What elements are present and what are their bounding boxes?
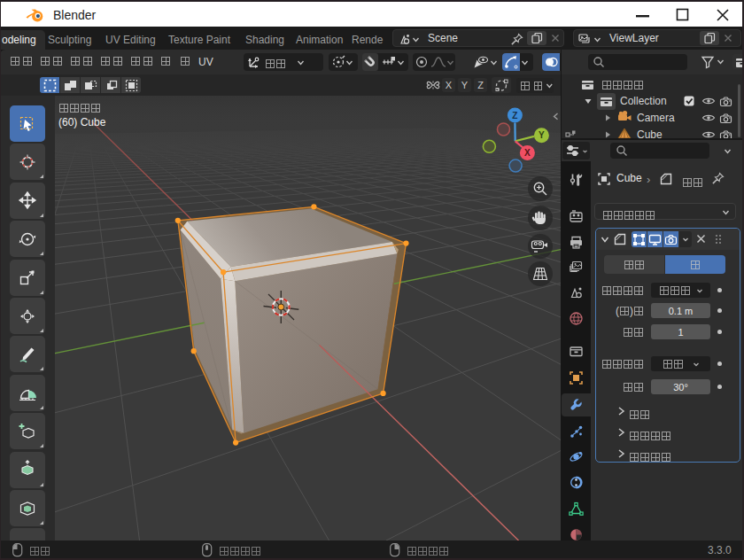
svg-text:X: X: [524, 148, 531, 158]
svg-text:Z: Z: [512, 111, 517, 121]
svg-text:Y: Y: [539, 130, 545, 140]
